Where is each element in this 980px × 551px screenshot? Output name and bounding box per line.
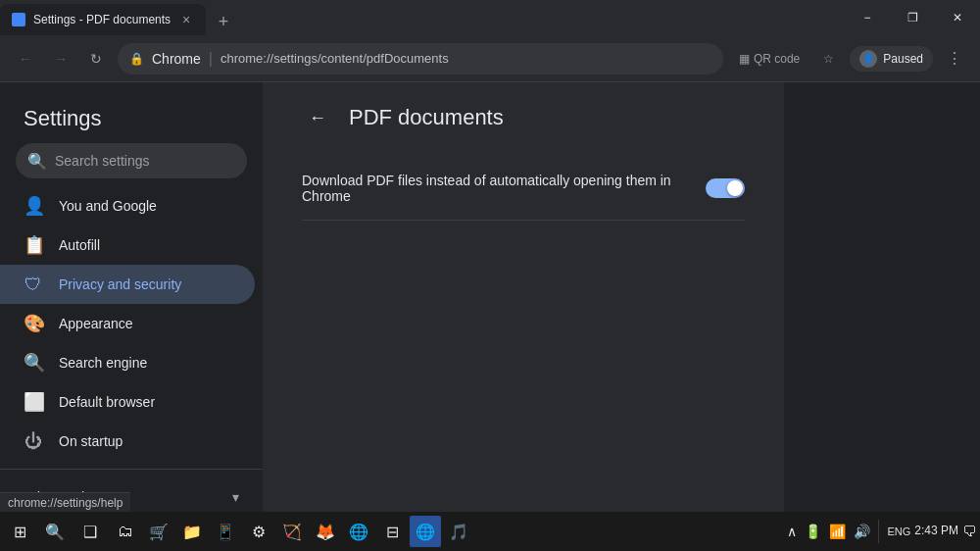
taskbar-app-app1[interactable]: 🏹 [276, 516, 308, 547]
chrome-menu-button[interactable]: ⋮ [941, 45, 968, 73]
start-button[interactable]: ⊞ [4, 516, 35, 547]
taskbar-app-firefox[interactable]: 🦊 [310, 516, 341, 547]
active-tab[interactable]: Settings - PDF documents × [0, 4, 206, 35]
autofill-icon: 📋 [24, 234, 43, 256]
taskbar-app-app2[interactable]: ⊟ [376, 516, 408, 547]
sidebar-item-you-and-google[interactable]: 👤 You and Google [0, 186, 255, 225]
titlebar: Settings - PDF documents × + − ❐ ✕ [0, 0, 980, 35]
qr-icon: ▦ [739, 52, 750, 66]
paused-label: Paused [883, 52, 923, 66]
address-bar[interactable]: 🔒 Chrome | chrome://settings/content/pdf… [118, 43, 723, 75]
chrome-label: Chrome [152, 51, 201, 67]
sidebar-divider [0, 469, 263, 470]
taskbar-app-browser[interactable]: 🌐 [343, 516, 374, 547]
search-input[interactable] [55, 153, 235, 169]
minimize-button[interactable]: − [845, 0, 890, 35]
taskbar-app-settings[interactable]: ⚙ [243, 516, 274, 547]
content-back-button[interactable]: ← [302, 102, 333, 133]
sidebar-label: Search engine [59, 355, 147, 371]
sidebar-label: You and Google [59, 198, 157, 214]
clock[interactable]: 2:43 PM [914, 524, 958, 539]
qr-code-button[interactable]: ▦ QR code [731, 45, 808, 73]
taskbar-app-file-explorer[interactable]: 🗂 [110, 516, 141, 547]
statusbar: chrome://settings/help [0, 492, 130, 512]
settings-search-bar[interactable]: 🔍 [16, 143, 247, 178]
tab-close-button[interactable]: × [178, 12, 194, 27]
new-tab-button[interactable]: + [210, 8, 237, 35]
tab-favicon [12, 13, 25, 26]
paused-profile-icon: 👤 [859, 50, 877, 68]
sidebar-item-search-engine[interactable]: 🔍 Search engine [0, 343, 255, 382]
url-text: chrome://settings/content/pdfDocuments [220, 51, 449, 66]
sidebar-item-default-browser[interactable]: ⬜ Default browser [0, 382, 255, 422]
taskbar-app-phone[interactable]: 📱 [210, 516, 241, 547]
tab-strip: Settings - PDF documents × + [0, 0, 237, 35]
person-icon: 👤 [24, 195, 43, 217]
content-header: ← PDF documents [302, 102, 745, 133]
sidebar-item-privacy-security[interactable]: 🛡 Privacy and security [0, 265, 255, 304]
content-area: ← PDF documents Download PDF files inste… [263, 82, 784, 551]
paused-button[interactable]: 👤 Paused [850, 46, 933, 72]
browser-icon: ⬜ [24, 391, 43, 413]
tray-volume-icon[interactable]: 🔊 [854, 524, 870, 539]
sidebar-item-on-startup[interactable]: ⏻ On startup [0, 422, 255, 461]
notification-icon[interactable]: 🗨 [962, 524, 976, 539]
tray-network-icon[interactable]: 📶 [829, 524, 846, 539]
tray-separator [878, 520, 879, 543]
toggle-wrap[interactable] [706, 178, 745, 198]
sidebar-item-appearance[interactable]: 🎨 Appearance [0, 304, 255, 343]
search-icon: 🔍 [27, 152, 47, 171]
url-separator: | [209, 50, 213, 68]
sidebar: Settings 🔍 👤 You and Google 📋 Autofill 🛡… [0, 82, 263, 551]
addressbar: ← → ↻ 🔒 Chrome | chrome://settings/conte… [0, 35, 980, 82]
shield-icon: 🛡 [24, 275, 43, 295]
sidebar-label: Autofill [59, 237, 100, 253]
main-layout: Settings 🔍 👤 You and Google 📋 Autofill 🛡… [0, 82, 980, 551]
qr-label: QR code [754, 52, 800, 66]
taskbar-app-chrome[interactable]: 🌐 [410, 516, 441, 547]
taskbar-start: ⊞ 🔍 ❑ [4, 516, 106, 547]
toggle-knob [727, 180, 743, 196]
close-button[interactable]: ✕ [935, 0, 980, 35]
bookmark-button[interactable]: ☆ [815, 45, 842, 73]
refresh-button[interactable]: ↻ [82, 45, 110, 73]
sidebar-label: Default browser [59, 394, 155, 410]
taskbar-app-folder[interactable]: 📁 [176, 516, 208, 547]
tab-title: Settings - PDF documents [33, 13, 171, 26]
tray-icons: ∧ 🔋 📶 🔊 [787, 524, 870, 539]
task-view-button[interactable]: ❑ [74, 516, 106, 547]
taskbar-right: ∧ 🔋 📶 🔊 ENG 2:43 PM 🗨 [787, 520, 976, 543]
status-url: chrome://settings/help [8, 496, 122, 510]
taskbar-apps: 🗂 🛒 📁 📱 ⚙ 🏹 🦊 🌐 ⊟ 🌐 🎵 [110, 516, 474, 547]
appearance-icon: 🎨 [24, 313, 43, 334]
sidebar-item-autofill[interactable]: 📋 Autofill [0, 225, 255, 265]
window-controls: − ❐ ✕ [845, 0, 980, 35]
taskbar-search-button[interactable]: 🔍 [39, 516, 71, 547]
language-indicator[interactable]: ENG [887, 526, 910, 537]
sidebar-label: Privacy and security [59, 276, 181, 292]
settings-title: Settings [0, 90, 263, 143]
tray-battery-icon[interactable]: 🔋 [805, 524, 821, 539]
chevron-down-icon: ▾ [232, 489, 239, 505]
right-panel [784, 82, 980, 551]
sidebar-label: Appearance [59, 316, 133, 331]
tray-expand-icon[interactable]: ∧ [787, 524, 797, 539]
search-engine-icon: 🔍 [24, 352, 43, 374]
restore-button[interactable]: ❐ [890, 0, 935, 35]
star-icon: ☆ [823, 52, 834, 66]
taskbar: ⊞ 🔍 ❑ 🗂 🛒 📁 📱 ⚙ 🏹 🦊 🌐 ⊟ 🌐 🎵 ∧ 🔋 📶 🔊 ENG … [0, 512, 980, 551]
clock-time: 2:43 PM [914, 524, 958, 539]
pdf-setting-label: Download PDF files instead of automatica… [302, 173, 706, 204]
startup-icon: ⏻ [24, 431, 43, 452]
pdf-download-setting-row: Download PDF files instead of automatica… [302, 157, 745, 221]
sidebar-label: On startup [59, 433, 122, 449]
lock-icon: 🔒 [129, 52, 144, 66]
page-title: PDF documents [349, 105, 504, 130]
taskbar-app-app3[interactable]: 🎵 [443, 516, 474, 547]
pdf-download-toggle[interactable] [706, 178, 745, 198]
forward-button[interactable]: → [47, 45, 74, 73]
back-button[interactable]: ← [12, 45, 39, 73]
taskbar-app-store[interactable]: 🛒 [143, 516, 174, 547]
